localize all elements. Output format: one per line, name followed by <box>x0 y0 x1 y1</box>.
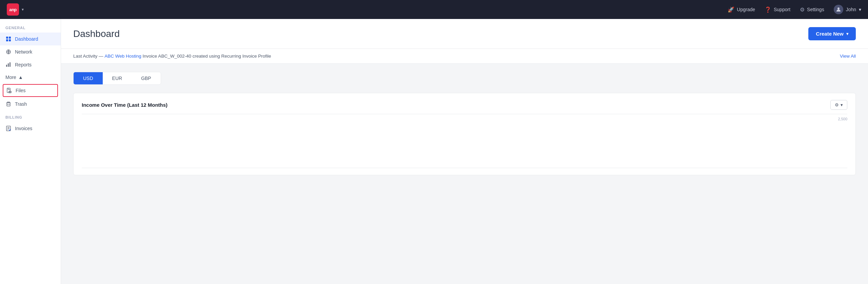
chart-area: 2,500 <box>82 114 847 168</box>
view-all-link[interactable]: View All <box>840 54 856 59</box>
body-layout: GENERAL Dashboard Network Reports More ▲ <box>0 19 868 284</box>
svg-rect-3 <box>6 39 8 41</box>
sidebar-item-reports[interactable]: Reports <box>0 58 61 71</box>
sidebar-billing-label: BILLING <box>0 110 61 122</box>
logo-badge: anp <box>7 3 19 16</box>
currency-tab-gbp[interactable]: GBP <box>132 72 161 84</box>
chart-baseline <box>82 168 847 168</box>
activity-bar: Last Activity — ABC Web Hosting Invoice … <box>61 49 868 64</box>
sidebar-item-trash[interactable]: Trash <box>0 98 61 110</box>
sidebar-more-label: More <box>5 75 16 80</box>
currency-tabs: USD EUR GBP <box>73 72 161 85</box>
support-nav-item[interactable]: ❓ Support <box>765 6 790 13</box>
svg-rect-9 <box>9 62 11 67</box>
settings-nav-item[interactable]: ⚙ Settings <box>800 6 824 13</box>
upgrade-label: Upgrade <box>737 7 755 12</box>
svg-rect-2 <box>9 37 11 39</box>
settings-icon: ⚙ <box>800 6 805 13</box>
chart-settings-button[interactable]: ⚙ ▾ <box>830 100 847 110</box>
svg-rect-14 <box>7 103 10 106</box>
svg-rect-7 <box>6 65 7 67</box>
activity-text: Last Activity — ABC Web Hosting Invoice … <box>73 54 271 59</box>
sidebar-trash-label: Trash <box>15 101 27 107</box>
support-label: Support <box>774 7 790 12</box>
sidebar-more-toggle[interactable]: More ▲ <box>0 71 61 83</box>
income-title: Income Over Time (Last 12 Months) <box>82 102 167 108</box>
top-nav-items: 🚀 Upgrade ❓ Support ⚙ Settings John ▾ <box>728 5 861 14</box>
trash-icon <box>5 101 12 107</box>
dashboard-icon <box>5 36 12 42</box>
sidebar-item-dashboard[interactable]: Dashboard <box>0 33 61 45</box>
logo-chevron-icon: ▾ <box>22 7 24 12</box>
sidebar: GENERAL Dashboard Network Reports More ▲ <box>0 19 61 284</box>
main-header: Dashboard Create New ▾ <box>61 19 868 49</box>
currency-tab-usd[interactable]: USD <box>74 72 103 84</box>
network-icon <box>5 49 12 55</box>
upgrade-nav-item[interactable]: 🚀 Upgrade <box>728 6 755 13</box>
sidebar-network-label: Network <box>15 49 32 55</box>
content-area: USD EUR GBP Income Over Time (Last 12 Mo… <box>61 64 868 183</box>
activity-client-link[interactable]: ABC Web Hosting <box>104 54 141 59</box>
svg-rect-4 <box>9 39 11 41</box>
gear-chevron-icon: ▾ <box>841 102 843 107</box>
user-name: John <box>846 7 856 12</box>
sidebar-item-files[interactable]: Files <box>3 84 58 97</box>
upgrade-icon: 🚀 <box>728 6 734 13</box>
main-content: Dashboard Create New ▾ Last Activity — A… <box>61 19 868 284</box>
gear-icon: ⚙ <box>835 102 839 107</box>
files-icon <box>6 87 12 94</box>
sidebar-general-label: GENERAL <box>0 26 61 33</box>
sidebar-reports-label: Reports <box>15 62 32 67</box>
sidebar-files-label: Files <box>16 88 26 93</box>
sidebar-more-chevron-icon: ▲ <box>18 75 23 80</box>
logo-container[interactable]: anp ▾ <box>7 3 24 16</box>
user-chevron-icon: ▾ <box>859 7 861 12</box>
user-menu[interactable]: John ▾ <box>834 5 861 14</box>
svg-rect-1 <box>6 37 8 39</box>
top-navigation: anp ▾ 🚀 Upgrade ❓ Support ⚙ Settings Joh… <box>0 0 868 19</box>
invoices-icon <box>5 125 12 131</box>
svg-rect-8 <box>8 63 9 67</box>
currency-tab-eur[interactable]: EUR <box>103 72 132 84</box>
settings-label: Settings <box>807 7 824 12</box>
page-title: Dashboard <box>73 28 120 39</box>
support-icon: ❓ <box>765 6 771 13</box>
user-avatar-icon <box>834 5 843 14</box>
sidebar-invoices-label: Invoices <box>15 126 32 131</box>
create-new-label: Create New <box>816 31 844 37</box>
chart-y-label: 2,500 <box>838 117 847 121</box>
create-new-button[interactable]: Create New ▾ <box>808 27 856 40</box>
create-new-chevron-icon: ▾ <box>846 32 848 36</box>
sidebar-item-network[interactable]: Network <box>0 45 61 58</box>
reports-icon <box>5 62 12 68</box>
activity-prefix: Last Activity — <box>73 54 104 59</box>
activity-suffix: Invoice ABC_W_002-40 created using Recur… <box>141 54 271 59</box>
income-section: Income Over Time (Last 12 Months) ⚙ ▾ 2,… <box>73 93 856 175</box>
sidebar-dashboard-label: Dashboard <box>15 36 38 42</box>
sidebar-item-invoices[interactable]: Invoices <box>0 122 61 135</box>
svg-point-0 <box>837 7 840 9</box>
income-header: Income Over Time (Last 12 Months) ⚙ ▾ <box>82 100 847 110</box>
